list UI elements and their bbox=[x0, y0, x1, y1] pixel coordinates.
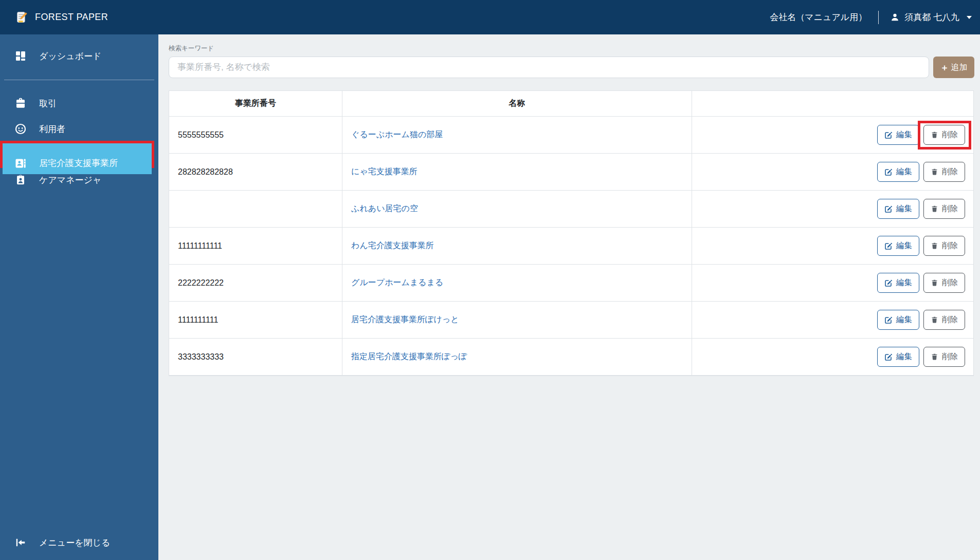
office-name-link[interactable]: ぐるーぷホーム猫の部屋 bbox=[351, 129, 443, 140]
trash-icon bbox=[931, 168, 938, 176]
plus-icon: ＋ bbox=[940, 63, 949, 72]
office-number: 11111111111 bbox=[169, 228, 342, 264]
edit-button-label: 編集 bbox=[896, 314, 912, 325]
face-icon bbox=[14, 123, 27, 135]
sidebar-item-label: ケアマネージャ bbox=[39, 174, 101, 186]
sidebar-item-care-manager[interactable]: ケアマネージャ bbox=[0, 167, 158, 193]
sidebar-item-label: 利用者 bbox=[39, 123, 65, 135]
delete-button-label: 削除 bbox=[942, 277, 958, 288]
delete-button[interactable]: 削除 bbox=[923, 310, 965, 330]
main-content: 検索キーワード ＋ 追加 事業所番号 名称 5555555555 ぐるーぷホーム… bbox=[158, 34, 980, 560]
close-menu-button[interactable]: メニューを閉じる bbox=[0, 530, 158, 555]
topbar-divider bbox=[878, 11, 879, 24]
trash-icon bbox=[931, 316, 938, 324]
edit-button[interactable]: 編集 bbox=[877, 236, 919, 256]
sidebar-item-users[interactable]: 利用者 bbox=[0, 116, 158, 142]
edit-icon bbox=[884, 242, 893, 250]
brand-title: FOREST PAPER bbox=[35, 12, 108, 23]
topbar: FOREST PAPER 会社名（マニュアル用） 須真都 七八九 bbox=[0, 0, 980, 34]
office-name-link[interactable]: グループホームまるまる bbox=[351, 277, 443, 288]
sidebar: ダッシュボード 取引 利用者 bbox=[0, 34, 158, 560]
edit-button-label: 編集 bbox=[896, 203, 912, 214]
delete-button-label: 削除 bbox=[942, 351, 958, 362]
close-menu-label: メニューを閉じる bbox=[39, 537, 110, 549]
table-row: 3333333333 指定居宅介護支援事業所ぽっぽ 編集 削除 bbox=[169, 339, 973, 376]
office-name-link[interactable]: ふれあい居宅の空 bbox=[351, 203, 418, 214]
office-name-link[interactable]: にゃ宅支援事業所 bbox=[351, 166, 418, 177]
edit-button-label: 編集 bbox=[896, 166, 912, 177]
office-number: 3333333333 bbox=[169, 339, 342, 375]
add-button[interactable]: ＋ 追加 bbox=[933, 57, 974, 78]
offices-table: 事業所番号 名称 5555555555 ぐるーぷホーム猫の部屋 編集 削除 bbox=[169, 90, 974, 376]
topbar-right: 会社名（マニュアル用） 須真都 七八九 bbox=[770, 11, 972, 24]
brand: FOREST PAPER bbox=[15, 11, 108, 24]
delete-button[interactable]: 削除 bbox=[923, 162, 965, 182]
delete-button-label: 削除 bbox=[942, 166, 958, 177]
table-row: 1111111111 居宅介護支援事業所ぽけっと 編集 削除 bbox=[169, 302, 973, 339]
office-name-link[interactable]: 居宅介護支援事業所ぽけっと bbox=[351, 314, 459, 325]
office-number: 5555555555 bbox=[169, 117, 342, 153]
edit-button-label: 編集 bbox=[896, 240, 912, 251]
edit-button[interactable]: 編集 bbox=[877, 273, 919, 293]
delete-button[interactable]: 削除 bbox=[923, 125, 965, 145]
edit-icon bbox=[884, 205, 893, 213]
office-name-link[interactable]: 指定居宅介護支援事業所ぽっぽ bbox=[351, 351, 467, 362]
column-header-actions bbox=[692, 91, 973, 116]
edit-icon bbox=[884, 168, 893, 176]
office-number: 1111111111 bbox=[169, 302, 342, 338]
collapse-menu-icon bbox=[14, 536, 27, 549]
table-row: 2222222222 グループホームまるまる 編集 削除 bbox=[169, 265, 973, 302]
edit-icon bbox=[884, 353, 893, 361]
trash-icon bbox=[931, 131, 938, 139]
dashboard-icon bbox=[14, 50, 27, 62]
sidebar-item-label: 取引 bbox=[39, 98, 57, 109]
column-header-office-number: 事業所番号 bbox=[169, 91, 342, 116]
trash-icon bbox=[931, 353, 938, 361]
search-row: ＋ 追加 bbox=[169, 57, 974, 78]
delete-button-label: 削除 bbox=[942, 129, 958, 140]
app-window: FOREST PAPER 会社名（マニュアル用） 須真都 七八九 bbox=[0, 0, 980, 560]
edit-button[interactable]: 編集 bbox=[877, 310, 919, 330]
memo-logo-icon bbox=[15, 11, 28, 24]
user-menu[interactable]: 須真都 七八九 bbox=[890, 11, 972, 23]
trash-icon bbox=[931, 205, 938, 213]
sidebar-item-label: ダッシュボード bbox=[39, 50, 101, 62]
sidebar-item-transactions[interactable]: 取引 bbox=[0, 90, 158, 116]
edit-icon bbox=[884, 316, 893, 324]
user-name: 須真都 七八九 bbox=[904, 11, 959, 23]
sidebar-item-label: 居宅介護支援事業所 bbox=[39, 157, 118, 169]
office-number: 2222222222 bbox=[169, 265, 342, 301]
edit-button-label: 編集 bbox=[896, 351, 912, 362]
trash-icon bbox=[931, 279, 938, 287]
delete-button-label: 削除 bbox=[942, 203, 958, 214]
delete-button-label: 削除 bbox=[942, 240, 958, 251]
edit-button[interactable]: 編集 bbox=[877, 199, 919, 219]
search-input[interactable] bbox=[169, 57, 929, 78]
briefcase-icon bbox=[14, 97, 27, 109]
delete-button[interactable]: 削除 bbox=[923, 273, 965, 293]
sidebar-item-dashboard[interactable]: ダッシュボード bbox=[0, 43, 158, 69]
table-row: 5555555555 ぐるーぷホーム猫の部屋 編集 削除 bbox=[169, 117, 973, 154]
edit-button-label: 編集 bbox=[896, 277, 912, 288]
delete-button[interactable]: 削除 bbox=[923, 236, 965, 256]
delete-button-label: 削除 bbox=[942, 314, 958, 325]
delete-button[interactable]: 削除 bbox=[923, 199, 965, 219]
table-row: 11111111111 わん宅介護支援事業所 編集 削除 bbox=[169, 228, 973, 265]
edit-button[interactable]: 編集 bbox=[877, 162, 919, 182]
table-row: ふれあい居宅の空 編集 削除 bbox=[169, 191, 973, 228]
edit-icon bbox=[884, 279, 893, 287]
office-number bbox=[169, 191, 342, 227]
annotation-sidebar-highlight: 居宅介護支援事業所 bbox=[0, 141, 154, 168]
office-name-link[interactable]: わん宅介護支援事業所 bbox=[351, 240, 434, 251]
search-label: 検索キーワード bbox=[169, 44, 980, 53]
add-button-label: 追加 bbox=[951, 62, 968, 73]
trash-icon bbox=[931, 242, 938, 250]
delete-button[interactable]: 削除 bbox=[923, 347, 965, 367]
edit-button[interactable]: 編集 bbox=[877, 125, 919, 145]
edit-button-label: 編集 bbox=[896, 129, 912, 140]
sidebar-divider bbox=[4, 80, 154, 80]
id-badge-icon bbox=[14, 174, 27, 186]
edit-button[interactable]: 編集 bbox=[877, 347, 919, 367]
address-card-icon bbox=[14, 157, 27, 170]
company-name: 会社名（マニュアル用） bbox=[770, 11, 867, 23]
